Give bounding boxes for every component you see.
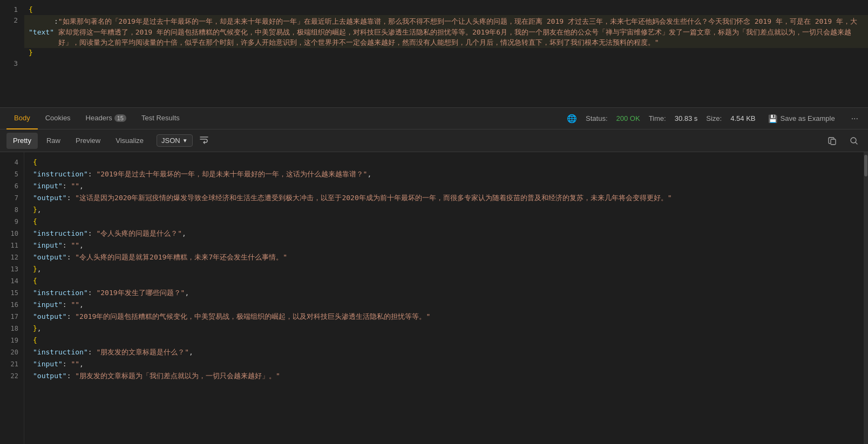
json-line-19: { [24, 334, 864, 346]
save-icon: 💾 [768, 114, 777, 123]
tab-cookies[interactable]: Cookies [38, 108, 78, 129]
json-line-9: { [24, 216, 864, 228]
tab-body-label: Body [14, 114, 30, 122]
json-line-numbers: 45678910111213141516171819202122 [0, 152, 24, 444]
top-code-line-3: } [24, 48, 868, 59]
response-tabs-bar: Body Cookies Headers 15 Test Results 🌐 S… [0, 108, 868, 129]
json-line-20: "instruction": "朋友发的文章标题是什么？", [24, 346, 864, 358]
more-options-button[interactable]: ··· [848, 113, 862, 125]
json-line-10: "instruction": "令人头疼的问题是什么？", [24, 228, 864, 240]
line-num-1: 1 [4, 4, 18, 15]
json-line-12: "output": "令人头疼的问题是就算2019年糟糕，未来7年还会发生什么事… [24, 251, 864, 263]
json-line-num-16: 16 [0, 299, 24, 311]
fmt-tab-visualize-label: Visualize [116, 136, 144, 145]
json-line-11: "input": "", [24, 240, 864, 251]
json-line-22: "output": "朋友发的文章标题为「我们差点就以为，一切只会越来越好」。" [24, 370, 864, 382]
time-label: Time: [649, 114, 666, 122]
json-line-16: "input": "", [24, 299, 864, 311]
json-line-17: "output": "2019年的问题包括糟糕的气候变化，中美贸易战，极端组织的… [24, 311, 864, 323]
json-line-num-12: 12 [0, 251, 24, 263]
json-line-num-13: 13 [0, 263, 24, 275]
headers-badge: 15 [114, 114, 126, 122]
top-code-line-1: { [24, 4, 868, 15]
json-line-num-20: 20 [0, 346, 24, 358]
json-line-num-17: 17 [0, 311, 24, 323]
json-line-8: }, [24, 204, 864, 216]
json-content-area: 45678910111213141516171819202122 { "inst… [0, 152, 868, 444]
save-as-example-button[interactable]: 💾 Save as Example [764, 112, 839, 125]
format-selector-label: JSON [161, 136, 180, 145]
tab-test-results-label: Test Results [141, 114, 180, 122]
json-line-num-10: 10 [0, 228, 24, 240]
json-line-6: "input": "", [24, 180, 864, 192]
json-line-num-18: 18 [0, 323, 24, 334]
response-tabs-right: 🌐 Status: 200 OK Time: 30.83 s Size: 4.5… [567, 112, 862, 125]
size-label: Size: [706, 114, 722, 122]
line-num-2-cont [4, 26, 18, 58]
json-line-num-8: 8 [0, 204, 24, 216]
fmt-tab-visualize[interactable]: Visualize [109, 133, 150, 149]
json-code-content: { "instruction": "2019年是过去十年最坏的一年，却是未来十年… [24, 152, 864, 444]
json-line-num-9: 9 [0, 216, 24, 228]
top-line-numbers: 1 2 3 [0, 0, 24, 107]
time-value: 30.83 s [675, 114, 698, 122]
svg-rect-0 [831, 139, 836, 145]
json-line-num-21: 21 [0, 358, 24, 370]
svg-point-1 [851, 138, 856, 143]
line-num-3: 3 [4, 58, 18, 69]
tab-body[interactable]: Body [6, 108, 38, 129]
tab-headers[interactable]: Headers 15 [78, 108, 134, 129]
json-line-num-22: 22 [0, 370, 24, 382]
json-line-21: "input": "", [24, 358, 864, 370]
fmt-tab-pretty-label: Pretty [13, 136, 31, 145]
copy-icon [828, 136, 837, 145]
json-line-15: "instruction": "2019年发生了哪些问题？", [24, 287, 864, 299]
fmt-tab-pretty[interactable]: Pretty [6, 133, 38, 149]
json-line-num-19: 19 [0, 334, 24, 346]
tab-headers-label: Headers [86, 114, 112, 122]
json-line-num-7: 7 [0, 192, 24, 204]
response-tabs-left: Body Cookies Headers 15 Test Results [6, 108, 567, 129]
json-line-7: "output": "这话是因为2020年新冠疫情的爆发导致全球经济和生活生态遭… [24, 192, 864, 204]
json-line-num-11: 11 [0, 240, 24, 251]
scroll-thumb[interactable] [864, 155, 867, 176]
json-line-18: }, [24, 323, 864, 334]
top-code-content: { "text":"如果那句著名的「2019年是过去十年最坏的一年，却是未来十年… [24, 0, 868, 107]
json-line-num-15: 15 [0, 287, 24, 299]
fmt-tab-raw-label: Raw [46, 136, 60, 145]
fmt-tab-preview[interactable]: Preview [69, 133, 107, 149]
json-line-num-6: 6 [0, 180, 24, 192]
json-line-14: { [24, 275, 864, 287]
save-example-label: Save as Example [780, 114, 835, 122]
status-label: Status: [586, 114, 607, 122]
json-line-num-4: 4 [0, 156, 24, 168]
status-value: 200 OK [616, 114, 640, 122]
json-line-4: { [24, 156, 864, 168]
top-code-line-2: "text":"如果那句著名的「2019年是过去十年最坏的一年，却是未来十年最好… [24, 15, 868, 48]
format-selector[interactable]: JSON ▼ [157, 134, 193, 147]
copy-button[interactable] [825, 133, 840, 148]
chevron-down-icon: ▼ [182, 138, 188, 144]
json-line-13: }, [24, 263, 864, 275]
json-line-num-5: 5 [0, 168, 24, 180]
search-button[interactable] [846, 133, 862, 148]
size-value: 4.54 KB [730, 114, 755, 122]
wrap-icon[interactable] [199, 135, 209, 147]
tab-cookies-label: Cookies [45, 114, 71, 122]
format-tabs-right [825, 133, 862, 148]
fmt-tab-preview-label: Preview [76, 136, 100, 145]
json-line-num-14: 14 [0, 275, 24, 287]
format-tabs-bar: Pretty Raw Preview Visualize JSON ▼ [0, 129, 868, 152]
globe-icon: 🌐 [567, 114, 577, 124]
json-line-5: "instruction": "2019年是过去十年最坏的一年，却是未来十年最好… [24, 168, 864, 180]
fmt-tab-raw[interactable]: Raw [40, 133, 67, 149]
search-icon [850, 136, 858, 145]
top-code-panel: 1 2 3 { "text":"如果那句著名的「2019年是过去十年最坏的一年，… [0, 0, 868, 108]
line-num-2: 2 [4, 15, 18, 26]
scroll-indicator[interactable] [864, 152, 868, 444]
tab-test-results[interactable]: Test Results [134, 108, 187, 129]
